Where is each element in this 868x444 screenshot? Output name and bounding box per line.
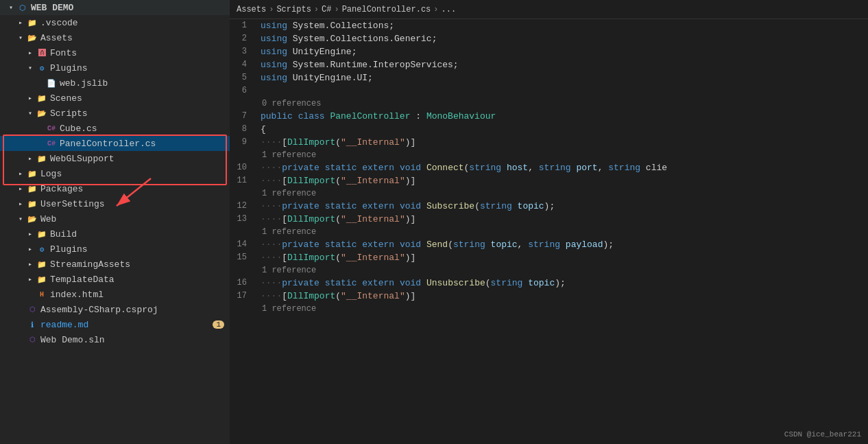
- code-content: 1 using System.Collections; 2 using Syst…: [230, 19, 868, 315]
- sidebar-item-scenes[interactable]: 📁 Scenes: [0, 91, 230, 106]
- code-line-6: 6: [230, 84, 868, 97]
- breadcrumb-assets: Assets: [237, 5, 266, 14]
- logs-label: Logs: [40, 169, 62, 179]
- build-folder-icon: 📁: [36, 229, 48, 239]
- webglsupport-label: WebGLSupport: [50, 154, 114, 164]
- vscode-label: .vscode: [40, 18, 78, 28]
- scenes-label: Scenes: [50, 93, 82, 104]
- sidebar-item-web[interactable]: 📂 Web: [0, 211, 230, 226]
- ref-hint-1d: 1 reference: [230, 264, 868, 277]
- code-line-9: 9 ····[DllImport("__Internal")]: [230, 136, 868, 149]
- sidebar-item-plugins-assets[interactable]: ⚙ Plugins: [0, 60, 230, 75]
- code-line-15: 15 ····[DllImport("__Internal")]: [230, 251, 868, 264]
- csharp-icon-panel: C#: [45, 138, 58, 149]
- web-label: Web: [40, 214, 56, 224]
- chevron-scenes-icon: [25, 93, 36, 104]
- assemblycsproj-label: Assembly-CSharp.csproj: [40, 305, 158, 315]
- code-line-16: 16 ····private static extern void Unsubs…: [230, 277, 868, 290]
- csharp-icon: C#: [45, 123, 58, 134]
- plugins-assets-label: Plugins: [50, 63, 88, 73]
- sidebar-item-plugins-web[interactable]: ⚙ Plugins: [0, 242, 230, 257]
- chevron-scripts-icon: [25, 108, 36, 119]
- md-icon: ℹ: [26, 319, 38, 330]
- chevron-webgl-icon: [25, 153, 36, 164]
- sidebar-item-webglsupport[interactable]: 📁 WebGLSupport: [0, 151, 230, 166]
- code-line-10: 10 ····private static extern void Connec…: [230, 161, 868, 174]
- web-demo-icon: ⬡: [16, 2, 29, 13]
- folder-open-icon: 📂: [26, 32, 38, 43]
- breadcrumb-scripts: Scripts: [276, 5, 311, 14]
- sidebar-item-vscode[interactable]: 📁 .vscode: [0, 15, 230, 30]
- breadcrumb-csharp: C#: [322, 5, 331, 14]
- html-icon: H: [36, 289, 48, 300]
- plugins-web-label: Plugins: [50, 244, 88, 255]
- code-line-8: 8 {: [230, 123, 868, 136]
- sidebar-item-webdemosln[interactable]: ⬡ Web Demo.sln: [0, 332, 230, 347]
- chevron-logs-icon: [15, 168, 26, 179]
- sidebar-item-packages[interactable]: 📁 Packages: [0, 181, 230, 196]
- usersettings-folder-icon: 📁: [26, 198, 38, 209]
- sidebar-item-panelcontrollercs[interactable]: C# PanelController.cs: [0, 136, 230, 151]
- sidebar-root[interactable]: ⬡ WEB DEMO: [0, 0, 230, 15]
- code-line-5: 5 using UnityEngine.UI;: [230, 71, 868, 84]
- no-chevron: [34, 123, 45, 134]
- readme-badge: 1: [213, 320, 224, 329]
- ref-hint-0: 0 references: [230, 97, 868, 110]
- packages-folder-icon: 📁: [26, 183, 38, 194]
- sidebar-item-scripts[interactable]: 📂 Scripts: [0, 106, 230, 121]
- web-folder-icon: 📂: [26, 213, 38, 224]
- ref-hint-1a: 1 reference: [230, 149, 868, 161]
- sidebar-item-logs[interactable]: 📁 Logs: [0, 166, 230, 181]
- chevron-fonts-icon: [25, 47, 36, 58]
- code-line-14: 14 ····private static extern void Send(s…: [230, 238, 868, 251]
- chevron-template-icon: [25, 274, 36, 285]
- sidebar-item-fonts[interactable]: 🅰 Fonts: [0, 45, 230, 60]
- ref-hint-1c: 1 reference: [230, 226, 868, 238]
- code-line-3: 3 using UnityEngine;: [230, 45, 868, 58]
- root-label: WEB DEMO: [31, 3, 73, 13]
- webgl-folder-icon: 📁: [36, 153, 48, 164]
- chevron-streaming-icon: [25, 259, 36, 270]
- sidebar-item-indexhtml[interactable]: H index.html: [0, 287, 230, 302]
- no-chevron: [34, 138, 45, 149]
- cubecs-label: Cube.cs: [60, 124, 97, 134]
- usersettings-label: UserSettings: [40, 199, 105, 209]
- indexhtml-label: index.html: [50, 290, 104, 300]
- sln-icon: ⬡: [26, 334, 38, 345]
- chevron-root-icon: [5, 2, 16, 13]
- code-line-12: 12 ····private static extern void Subscr…: [230, 200, 868, 213]
- streaming-folder-icon: 📁: [36, 259, 48, 270]
- sidebar-item-build[interactable]: 📁 Build: [0, 226, 230, 242]
- template-folder-icon: 📁: [36, 274, 48, 285]
- code-line-7: 7 public class PanelController : MonoBeh…: [230, 110, 868, 123]
- ref-hint-1e: 1 reference: [230, 303, 868, 315]
- sidebar-item-readmemd[interactable]: ℹ readme.md 1: [0, 317, 230, 332]
- chevron-plugins-web-icon: [25, 244, 36, 255]
- breadcrumb-filename: PanelController.cs: [342, 5, 431, 14]
- breadcrumb-more: ...: [441, 5, 456, 14]
- no-chevron: [34, 78, 45, 89]
- chevron-packages-icon: [15, 183, 26, 194]
- sidebar-item-assembycsproj[interactable]: ⬡ Assembly-CSharp.csproj: [0, 302, 230, 317]
- plugins-assets-folder-icon: ⚙: [36, 62, 48, 73]
- file-explorer: ⬡ WEB DEMO 📁 .vscode 📂 Assets 🅰 Fonts ⚙ …: [0, 0, 230, 444]
- sidebar-item-assets[interactable]: 📂 Assets: [0, 30, 230, 45]
- code-line-11: 11 ····[DllImport("__Internal")]: [230, 174, 868, 187]
- chevron-vscode-icon: [15, 17, 26, 28]
- code-line-13: 13 ····[DllImport("__Internal")]: [230, 213, 868, 226]
- readmemd-label: readme.md: [40, 320, 88, 330]
- scenes-folder-icon: 📁: [36, 93, 48, 104]
- sidebar-item-usersettings[interactable]: 📁 UserSettings: [0, 196, 230, 211]
- no-chevron: [25, 289, 36, 300]
- no-chevron: [15, 319, 26, 330]
- assets-label: Assets: [40, 33, 73, 43]
- jslib-icon: 📄: [45, 78, 58, 89]
- sidebar-item-webjslib[interactable]: 📄 web.jslib: [0, 75, 230, 91]
- sidebar-item-streamingassets[interactable]: 📁 StreamingAssets: [0, 257, 230, 272]
- sidebar-item-templatedata[interactable]: 📁 TemplateData: [0, 272, 230, 287]
- packages-label: Packages: [40, 184, 83, 194]
- folder-icon: 📁: [26, 17, 38, 28]
- code-editor: 1 using System.Collections; 2 using Syst…: [230, 19, 868, 444]
- chevron-usersettings-icon: [15, 198, 26, 209]
- sidebar-item-cubecs[interactable]: C# Cube.cs: [0, 121, 230, 136]
